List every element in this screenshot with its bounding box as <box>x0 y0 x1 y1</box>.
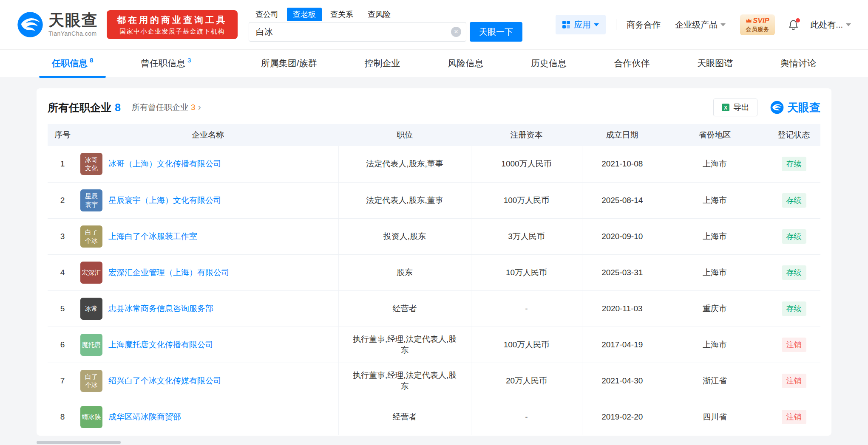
company-link[interactable]: 星辰寰宇（上海）文化有限公司 <box>108 195 221 206</box>
svip-badge[interactable]: SVIP 会员服务 <box>740 14 775 35</box>
status-badge: 存续 <box>782 229 806 244</box>
promo-banner[interactable]: 都在用的商业查询工具 国家中小企业发展子基金旗下机构 <box>107 10 238 39</box>
company-link[interactable]: 绍兴白了个冰文化传媒有限公司 <box>108 375 221 386</box>
svip-label: SVIP <box>753 17 769 25</box>
svip-sublabel: 会员服务 <box>746 25 769 33</box>
horizontal-scrollbar-thumb[interactable] <box>37 441 121 444</box>
company-avatar[interactable]: 魔托唐 <box>80 334 102 356</box>
search-tabs: 查公司 查老板 查关系 查风险 <box>250 8 522 21</box>
row-date: 2021-10-08 <box>582 146 662 182</box>
brand-domain: TianYanCha.com <box>48 30 98 37</box>
user-name: 此处有... <box>810 19 843 31</box>
company-avatar[interactable]: 冰常 <box>80 298 102 320</box>
table-row: 7 白了 个冰 绍兴白了个冰文化传媒有限公司 执行董事,经理,法定代表人,股东 … <box>48 363 820 399</box>
search-tab-boss[interactable]: 查老板 <box>287 8 322 21</box>
company-link[interactable]: 宏深汇企业管理（上海）有限公司 <box>108 267 230 278</box>
export-label: 导出 <box>733 102 749 113</box>
tab-public-opinion[interactable]: 舆情讨论 <box>768 50 829 77</box>
company-avatar[interactable]: 冰哥 文化 <box>80 153 102 175</box>
search-button[interactable]: 天眼一下 <box>470 22 522 42</box>
table-header-row: 序号 企业名称 职位 注册资本 成立日期 省份地区 登记状态 <box>48 124 820 146</box>
company-avatar[interactable]: 宏深汇 <box>80 262 102 284</box>
section-tab-bar: 任职信息 8 曾任职信息 3 所属集团/族群 控制企业 风险信息 历史信息 合作… <box>0 50 868 77</box>
row-region: 重庆市 <box>662 290 767 327</box>
tab-controlled-companies[interactable]: 控制企业 <box>352 50 413 77</box>
tab-former-position-info[interactable]: 曾任职信息 3 <box>128 50 204 77</box>
apps-button[interactable]: 应用 <box>556 15 606 34</box>
company-link[interactable]: 上海魔托唐文化传播有限公司 <box>108 339 213 350</box>
row-date: 2025-03-31 <box>582 254 662 290</box>
column-header-region: 省份地区 <box>662 124 767 146</box>
tab-position-info[interactable]: 任职信息 8 <box>39 50 106 77</box>
tab-label: 风险信息 <box>448 57 483 69</box>
promo-line2: 国家中小企业发展子基金旗下机构 <box>119 28 225 36</box>
tab-label: 任职信息 <box>52 57 88 69</box>
search-area: 查公司 查老板 查关系 查风险 × 天眼一下 <box>249 8 522 42</box>
column-header-capital: 注册资本 <box>471 124 582 146</box>
search-input[interactable] <box>249 22 466 42</box>
search-tab-relation[interactable]: 查关系 <box>324 8 359 21</box>
table-row: 2 星辰 寰宇 星辰寰宇（上海）文化有限公司 法定代表人,股东,董事 100万人… <box>48 182 820 218</box>
search-tab-company[interactable]: 查公司 <box>250 8 284 21</box>
row-position: 投资人,股东 <box>338 218 471 254</box>
chevron-down-icon <box>720 23 726 26</box>
company-link[interactable]: 冰哥（上海）文化传播有限公司 <box>108 158 221 169</box>
nav-enterprise-label: 企业级产品 <box>675 19 718 31</box>
tianyancha-logo-icon <box>17 11 43 38</box>
column-header-position: 职位 <box>338 124 471 146</box>
apps-label: 应用 <box>574 19 591 31</box>
tab-label: 天眼图谱 <box>697 57 733 69</box>
row-position: 执行董事,经理,法定代表人,股东 <box>338 327 471 363</box>
company-avatar[interactable]: 白了 个冰 <box>80 225 102 248</box>
tab-history-info[interactable]: 历史信息 <box>518 50 579 77</box>
header-right-nav: 应用 商务合作 企业级产品 SVIP 会员服务 此处有.. <box>556 14 851 35</box>
search-box: × <box>249 22 466 42</box>
row-date: 2021-04-30 <box>582 363 662 399</box>
former-companies-label: 所有曾任职企业 <box>132 102 188 113</box>
column-header-date: 成立日期 <box>582 124 662 146</box>
tab-tianyan-graph[interactable]: 天眼图谱 <box>684 50 746 77</box>
company-link[interactable]: 忠县冰常商务信息咨询服务部 <box>108 303 213 314</box>
divider <box>616 19 616 30</box>
tab-label: 所属集团/族群 <box>261 57 317 69</box>
company-avatar[interactable]: 白了 个冰 <box>80 370 102 392</box>
tianyancha-logo-icon <box>770 101 784 114</box>
company-avatar[interactable]: 靖冰陕 <box>80 406 102 428</box>
export-button[interactable]: X 导出 <box>713 99 757 116</box>
tab-group-cluster[interactable]: 所属集团/族群 <box>248 50 330 77</box>
company-link[interactable]: 上海白了个冰服装工作室 <box>108 231 197 242</box>
user-menu[interactable]: 此处有... <box>810 19 851 31</box>
tab-label: 控制企业 <box>364 57 400 69</box>
svg-text:X: X <box>724 105 727 111</box>
row-capital: 20万人民币 <box>471 363 582 399</box>
nav-business-cooperation[interactable]: 商务合作 <box>627 19 661 31</box>
tianyancha-watermark: 天眼查 <box>770 100 820 115</box>
company-link[interactable]: 成华区靖冰陕商贸部 <box>108 411 181 422</box>
company-avatar[interactable]: 星辰 寰宇 <box>80 189 102 211</box>
row-no: 3 <box>48 218 77 254</box>
chevron-down-icon <box>846 23 851 26</box>
tab-partners[interactable]: 合作伙伴 <box>601 50 663 77</box>
tab-divider <box>226 59 226 67</box>
row-no: 2 <box>48 182 77 218</box>
tianyancha-logo[interactable]: 天眼查 TianYanCha.com <box>17 11 98 38</box>
positions-card: 所有任职企业 8 所有曾任职企业 3 › X 导出 天眼查 <box>37 88 831 436</box>
nav-enterprise-products[interactable]: 企业级产品 <box>675 19 726 31</box>
positions-table: 序号 企业名称 职位 注册资本 成立日期 省份地区 登记状态 1 冰哥 文化 冰… <box>48 124 820 435</box>
status-badge: 注销 <box>782 374 806 388</box>
search-tab-risk[interactable]: 查风险 <box>362 8 397 21</box>
tab-risk-info[interactable]: 风险信息 <box>435 50 496 77</box>
header: 天眼查 TianYanCha.com 都在用的商业查询工具 国家中小企业发展子基… <box>0 0 868 50</box>
clear-icon[interactable]: × <box>451 27 461 37</box>
row-no: 7 <box>48 363 77 399</box>
row-date: 2025-08-14 <box>582 182 662 218</box>
former-companies-link[interactable]: 所有曾任职企业 3 › <box>132 102 201 113</box>
column-header-no: 序号 <box>48 124 77 146</box>
row-capital: 1000万人民币 <box>471 146 582 182</box>
table-row: 6 魔托唐 上海魔托唐文化传播有限公司 执行董事,经理,法定代表人,股东 100… <box>48 327 820 363</box>
table-row: 4 宏深汇 宏深汇企业管理（上海）有限公司 股东 10万人民币 2025-03-… <box>48 254 820 290</box>
row-capital: 100万人民币 <box>471 327 582 363</box>
notification-bell[interactable] <box>788 19 799 31</box>
row-position: 经营者 <box>338 290 471 327</box>
row-capital: - <box>471 399 582 435</box>
